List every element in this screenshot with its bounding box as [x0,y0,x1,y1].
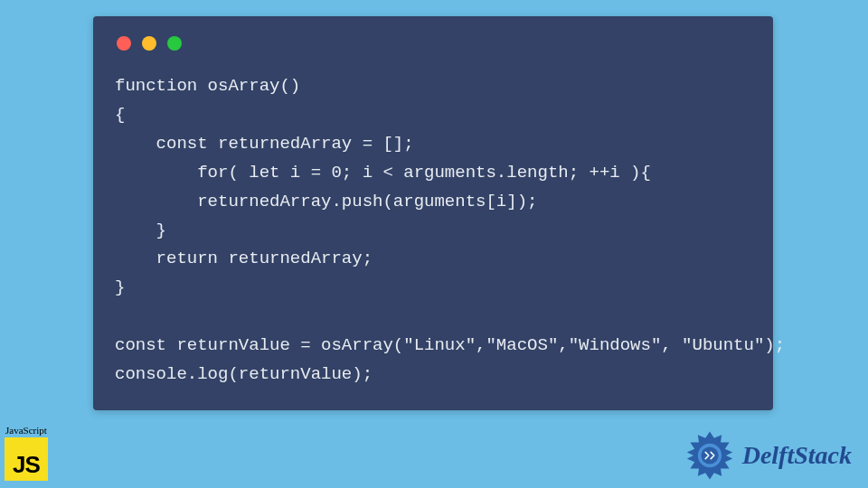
delftstack-logo-icon [683,428,737,483]
javascript-logo-icon: JS [5,437,48,481]
svg-point-1 [701,446,718,464]
code-window: function osArray() { const returnedArray… [93,16,773,410]
delftstack-brand: DelftStack [683,428,852,483]
traffic-lights [93,16,773,51]
code-block: function osArray() { const returnedArray… [93,51,773,389]
minimize-icon [142,36,156,51]
maximize-icon [167,36,182,51]
javascript-label: JavaScript [0,425,52,436]
close-icon [117,36,131,51]
delftstack-name: DelftStack [742,441,852,470]
javascript-badge: JavaScript JS [0,425,52,481]
